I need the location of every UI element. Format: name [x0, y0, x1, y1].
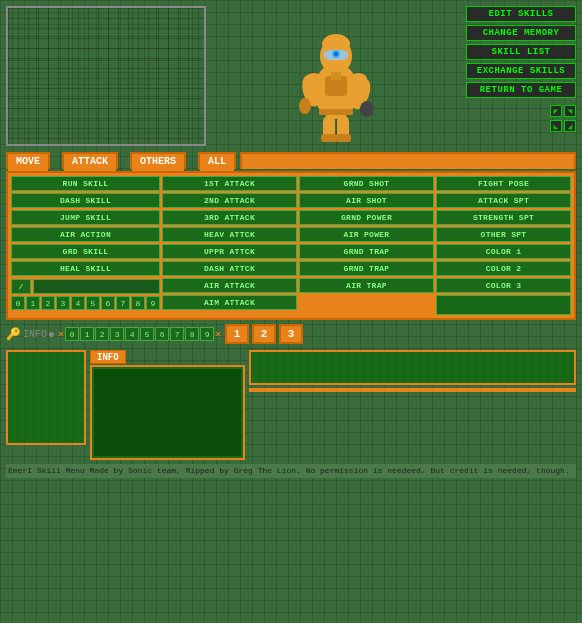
skill-list-button[interactable]: SKILL LIST [466, 44, 576, 60]
skill-dash-attck[interactable]: DASH ATTCK [162, 261, 297, 276]
tab-attack[interactable]: ATTACK [62, 152, 118, 169]
sel-digit-1[interactable]: 1 [80, 327, 94, 341]
edit-skills-button[interactable]: EDIT SKILLS [466, 6, 576, 22]
sel-digit-7[interactable]: 7 [170, 327, 184, 341]
skill-color2[interactable]: COLOR 2 [436, 261, 571, 276]
bottom-credit-text: EmerI Skill Menu Made by Sonic team, Rip… [6, 464, 576, 478]
skill-color1[interactable]: COLOR 1 [436, 244, 571, 259]
arrow-br[interactable]: ◢ [564, 120, 576, 132]
skill-strength-spt[interactable]: STRENGTH SPT [436, 210, 571, 225]
tab-others[interactable]: OTHERS [130, 152, 186, 169]
arrow-tl[interactable]: ◤ [550, 105, 562, 117]
pencil-slot[interactable]: / [11, 279, 31, 294]
skill-other-spt[interactable]: OTHER SPT [436, 227, 571, 242]
skill-air-shot[interactable]: AIR SHOT [299, 193, 434, 208]
x-right: ✕ [215, 328, 221, 340]
svg-point-17 [349, 73, 367, 85]
tab-move[interactable]: MOVE [6, 152, 50, 169]
skill-grnd-shot[interactable]: GRND SHOT [299, 176, 434, 191]
digit-2[interactable]: 2 [41, 296, 55, 310]
digit-5[interactable]: 5 [86, 296, 100, 310]
skill-air-trap[interactable]: AIR TRAP [299, 278, 434, 293]
info-header: INFO [90, 350, 126, 364]
svg-rect-15 [335, 134, 351, 142]
svg-point-11 [360, 101, 374, 117]
key-icon: 🔑 [6, 327, 21, 342]
digit-9[interactable]: 9 [146, 296, 160, 310]
small-right-box [249, 350, 576, 385]
skill-attack-spt[interactable]: ATTACK SPT [436, 193, 571, 208]
skills-section: RUN SKILL DASH SKILL JUMP SKILL AIR ACTI… [6, 171, 576, 320]
sel-digit-3[interactable]: 3 [110, 327, 124, 341]
skill-run[interactable]: RUN SKILL [11, 176, 160, 191]
arrow-bl[interactable]: ◣ [550, 120, 562, 132]
sel-digit-9[interactable]: 9 [200, 327, 214, 341]
sel-digit-4[interactable]: 4 [125, 327, 139, 341]
digit-6[interactable]: 6 [101, 296, 115, 310]
num-tab-1[interactable]: 1 [225, 324, 249, 344]
sel-digit-8[interactable]: 8 [185, 327, 199, 341]
digit-1[interactable]: 1 [26, 296, 40, 310]
digit-display: 0 1 2 3 4 5 6 7 8 9 [11, 296, 160, 310]
skill-heal[interactable]: HEAL SKILL [11, 261, 160, 276]
skill-uppr-attck[interactable]: UPPR ATTCK [162, 244, 297, 259]
robot-sprite [291, 16, 381, 146]
skill-heav-attck[interactable]: HEAV ATTCK [162, 227, 297, 242]
large-bottom-box [249, 388, 576, 392]
info-panel: INFO [90, 350, 245, 460]
num-tabs: 1 2 3 [225, 324, 303, 344]
right-skill-panel [436, 295, 571, 315]
skill-grd[interactable]: GRD SKILL [11, 244, 160, 259]
svg-rect-13 [321, 134, 337, 142]
digit-0[interactable]: 0 [11, 296, 25, 310]
skill-color3[interactable]: COLOR 3 [436, 278, 571, 293]
digit-8[interactable]: 8 [131, 296, 145, 310]
left-bottom-box [6, 350, 86, 445]
change-memory-button[interactable]: CHANGE MEMORY [466, 25, 576, 41]
skill-fight-pose[interactable]: FIGHT POSE [436, 176, 571, 191]
sel-digit-2[interactable]: 2 [95, 327, 109, 341]
digit-3[interactable]: 3 [56, 296, 70, 310]
skill-1st-attack[interactable]: 1ST ATTACK [162, 176, 297, 191]
arrow-tr[interactable]: ◥ [564, 105, 576, 117]
x-left: ✕ [58, 328, 64, 340]
sel-digit-0[interactable]: 0 [65, 327, 79, 341]
info-label-small: INFO [23, 329, 47, 340]
exchange-skills-button[interactable]: EXCHANGE SKILLS [466, 63, 576, 79]
skill-grnd-trap2[interactable]: GRND TRAP [299, 261, 434, 276]
skill-air-attack[interactable]: AIR ATTACK [162, 278, 297, 293]
preview-box [6, 6, 206, 146]
skill-2nd-attack[interactable]: 2ND ATTACK [162, 193, 297, 208]
num-tab-2[interactable]: 2 [252, 324, 276, 344]
skill-dash[interactable]: DASH SKILL [11, 193, 160, 208]
svg-rect-18 [319, 109, 353, 115]
skill-air-action[interactable]: AIR ACTION [11, 227, 160, 242]
info-content-box [90, 365, 245, 460]
empty-slot [33, 279, 160, 294]
svg-point-16 [305, 73, 323, 85]
robot-area [214, 6, 458, 146]
svg-point-9 [299, 98, 311, 114]
digit-7[interactable]: 7 [116, 296, 130, 310]
digit-selector-row: ✕ 0 1 2 3 4 5 6 7 8 9 ✕ [58, 327, 221, 341]
skill-aim-attack[interactable]: AIM ATTACK [162, 295, 297, 310]
svg-rect-7 [331, 72, 341, 80]
dot-indicator [49, 332, 54, 337]
skill-jump[interactable]: JUMP SKILL [11, 210, 160, 225]
skill-grnd-power[interactable]: GRND POWER [299, 210, 434, 225]
skill-air-power[interactable]: AIR POWER [299, 227, 434, 242]
num-tab-3[interactable]: 3 [279, 324, 303, 344]
tab-all[interactable]: ALL [198, 152, 236, 169]
sel-digit-6[interactable]: 6 [155, 327, 169, 341]
return-to-game-button[interactable]: RETURN TO GAME [466, 82, 576, 98]
menu-buttons: EDIT SKILLS CHANGE MEMORY SKILL LIST EXC… [466, 6, 576, 146]
svg-point-6 [334, 52, 338, 56]
skill-grnd-trap1[interactable]: GRND TRAP [299, 244, 434, 259]
sel-digit-5[interactable]: 5 [140, 327, 154, 341]
digit-4[interactable]: 4 [71, 296, 85, 310]
skill-3rd-attack[interactable]: 3RD ATTACK [162, 210, 297, 225]
